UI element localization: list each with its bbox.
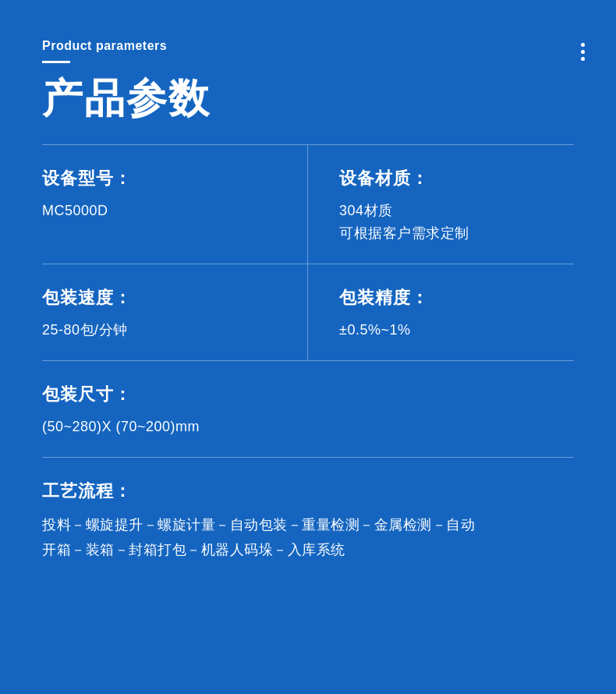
process-value: 投料－螺旋提升－螺旋计量－自动包装－重量检测－金属检测－自动开箱－装箱－封箱打包… xyxy=(42,512,574,563)
subtitle: Product parameters xyxy=(42,39,574,53)
device-material-value: 304材质可根据客户需求定制 xyxy=(339,200,574,245)
packaging-precision-value: ±0.5%~1% xyxy=(339,319,574,342)
process-section: 工艺流程： 投料－螺旋提升－螺旋计量－自动包装－重量检测－金属检测－自动开箱－装… xyxy=(42,458,574,563)
packaging-precision-label: 包装精度： xyxy=(339,286,574,310)
more-options-icon[interactable] xyxy=(581,43,585,61)
param-cell-packaging-speed: 包装速度： 25-80包/分钟 xyxy=(42,264,308,361)
main-title: 产品参数 xyxy=(42,74,574,122)
params-grid: 设备型号： MC5000D 设备材质： 304材质可根据客户需求定制 包装速度：… xyxy=(42,145,574,360)
device-material-label: 设备材质： xyxy=(339,167,574,190)
packaging-size-label: 包装尺寸： xyxy=(42,383,574,406)
page-container: Product parameters 产品参数 设备型号： MC5000D 设备… xyxy=(0,0,616,694)
device-model-label: 设备型号： xyxy=(42,167,276,190)
param-cell-device-model: 设备型号： MC5000D xyxy=(42,145,308,264)
device-model-value: MC5000D xyxy=(42,200,276,222)
packaging-size-value: (50~280)X (70~200)mm xyxy=(42,416,574,438)
packaging-speed-value: 25-80包/分钟 xyxy=(42,319,276,342)
process-label: 工艺流程： xyxy=(42,480,574,503)
param-cell-packaging-precision: 包装精度： ±0.5%~1% xyxy=(308,264,574,361)
packaging-speed-label: 包装速度： xyxy=(42,286,276,310)
param-cell-device-material: 设备材质： 304材质可根据客户需求定制 xyxy=(308,145,574,264)
subtitle-underline xyxy=(42,61,70,63)
packaging-size-section: 包装尺寸： (50~280)X (70~200)mm xyxy=(42,361,574,458)
header-section: Product parameters 产品参数 xyxy=(42,39,574,122)
